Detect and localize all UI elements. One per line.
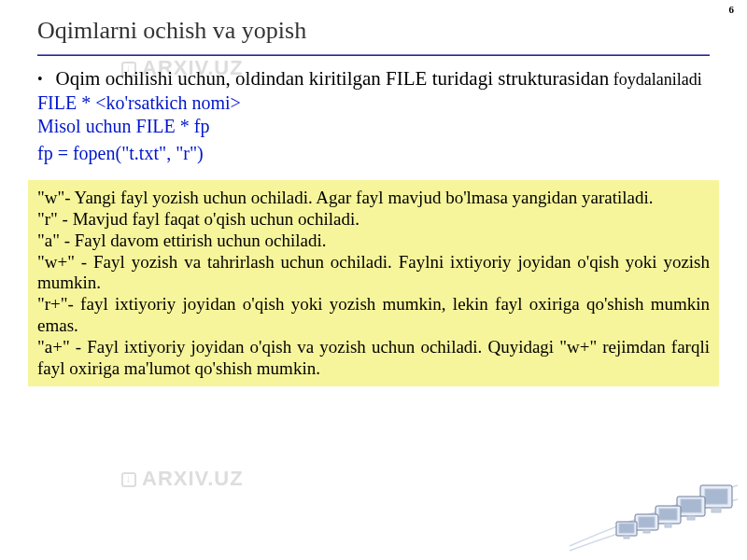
bullet-item: • Oqim ochilishi uchun, oldindan kiritil… — [37, 67, 710, 90]
svg-rect-1 — [705, 489, 727, 504]
code-block: FILE * <ko'rsatkich nomi> Misol uchun FI… — [37, 91, 710, 165]
modes-box: "w"- Yangi fayl yozish uchun ochiladi. A… — [28, 180, 719, 386]
svg-rect-5 — [687, 516, 695, 520]
mode-desc: "w+" - Fayl yozish va tahrirlash uchun o… — [37, 252, 710, 295]
watermark: ARXIV.UZ — [121, 467, 244, 491]
decorative-monitors-icon — [560, 457, 747, 560]
code-line: fp = fopen("t.txt", "r") — [37, 142, 710, 165]
svg-rect-7 — [659, 509, 677, 520]
mode-desc: "r" - Mavjud fayl faqat o'qish uchun och… — [37, 209, 710, 231]
svg-rect-2 — [712, 508, 721, 512]
svg-rect-4 — [681, 499, 701, 512]
slide-title: Oqimlarni ochish va yopish — [37, 17, 710, 45]
mode-desc: "r+"- fayl ixtiyoriy joyidan o'qish yoki… — [37, 294, 710, 337]
svg-rect-14 — [624, 536, 629, 539]
mode-desc: "w"- Yangi fayl yozish uchun ochiladi. A… — [37, 188, 710, 209]
svg-rect-13 — [619, 524, 634, 533]
bullet-dot-icon: • — [37, 71, 43, 88]
mode-desc: "a" - Fayl davom ettirish uchun ochiladi… — [37, 231, 710, 252]
svg-rect-11 — [643, 530, 650, 533]
svg-rect-8 — [665, 524, 671, 527]
code-line: FILE * <ko'rsatkich nomi> — [37, 91, 710, 115]
code-line: Misol uchun FILE * fp — [37, 115, 710, 138]
bullet-text: Oqim ochilishi uchun, oldindan kiritilga… — [56, 67, 710, 90]
mode-desc: "a+" - Fayl ixtiyoriy joyidan o'qish va … — [37, 337, 710, 380]
svg-rect-10 — [639, 517, 655, 527]
